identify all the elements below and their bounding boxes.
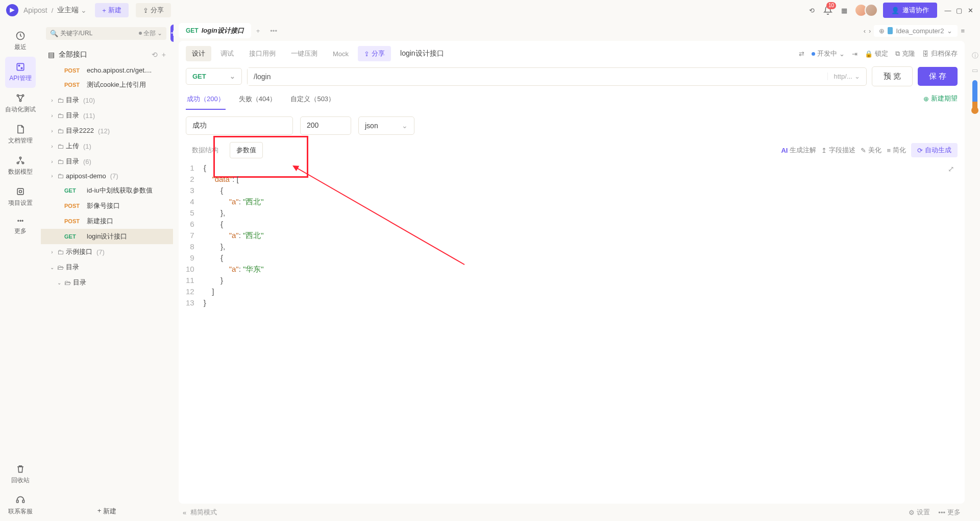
settings-button[interactable]: ⚙ 设置 — [909, 508, 930, 517]
close-icon[interactable]: ✕ — [967, 7, 974, 14]
resp-tab-success[interactable]: 成功（200） — [186, 91, 226, 110]
indent-icon[interactable]: ⇥ — [852, 50, 857, 58]
avatar-stack[interactable] — [857, 4, 878, 17]
nav-api[interactable]: API管理 — [5, 57, 36, 88]
tab-active[interactable]: GET login设计接口 — [179, 23, 251, 38]
brand: Apipost — [23, 6, 47, 14]
tree-item[interactable]: ›🗀apipost-demo(7) — [41, 169, 173, 183]
expand-icon[interactable]: ⤢ — [948, 164, 954, 174]
chevron-down-icon: ⌄ — [947, 27, 952, 35]
json-editor[interactable]: 12345678910111213 { "data": [ { "a": "西北… — [179, 162, 965, 504]
nav-model[interactable]: 数据模型 — [5, 150, 36, 181]
tree-item[interactable]: ⌄🗁目录 — [41, 275, 173, 290]
search-box[interactable]: 🔍 全部 ⌄ — [46, 27, 166, 40]
status-selector[interactable]: 开发中 ⌄ — [812, 49, 845, 58]
preview-button[interactable]: 预 览 — [872, 66, 913, 86]
flow-icon[interactable]: ⇄ — [799, 50, 804, 58]
subtab-mock[interactable]: Mock — [327, 47, 355, 61]
nav-label: 项目设置 — [8, 199, 33, 207]
notification-icon[interactable]: 10 — [820, 2, 836, 18]
tree-item[interactable]: ›🗀目录2222(12) — [41, 123, 173, 138]
tab-more[interactable]: ••• — [265, 24, 282, 38]
minimize-icon[interactable]: — — [944, 7, 951, 14]
collapse-icon[interactable]: « — [183, 509, 186, 516]
simplify-button[interactable]: ≡ 简化 — [887, 146, 906, 155]
panel-icon[interactable]: ▭ — [972, 66, 978, 74]
nav-project[interactable]: 项目设置 — [5, 181, 36, 212]
info-icon[interactable]: ⓘ — [972, 51, 978, 60]
tab-param-value[interactable]: 参数值 — [230, 142, 263, 158]
nav-more[interactable]: ••• 更多 — [5, 212, 36, 241]
nav-label: 数据模型 — [8, 168, 33, 176]
workspace-name: 业主端 — [57, 6, 79, 15]
subtab-share[interactable]: ⇪ 分享 — [358, 46, 391, 61]
tree-item[interactable]: ›🗀示例接口(7) — [41, 244, 173, 259]
subtab-stress[interactable]: 一键压测 — [285, 46, 324, 61]
expect-name-field[interactable]: 成功 — [186, 116, 293, 135]
footer-more-button[interactable]: ••• 更多 — [938, 508, 961, 517]
subtab-debug[interactable]: 调试 — [214, 46, 240, 61]
nav-automation[interactable]: 自动化测试 — [5, 88, 36, 119]
expect-type-field[interactable]: json ⌄ — [358, 116, 414, 135]
environment-selector[interactable]: ⊕ Idea_computer2 ⌄ — [874, 25, 958, 37]
chevron-down-icon: ⌄ — [81, 6, 87, 14]
scheme-selector[interactable]: http/... ⌄ — [827, 73, 866, 80]
plus-icon[interactable]: + — [162, 51, 166, 59]
new-expect-button[interactable]: ⊕ 新建期望 — [923, 94, 958, 107]
tree-item[interactable]: ›🗀目录(6) — [41, 154, 173, 169]
nav-doc[interactable]: 文档管理 — [5, 119, 36, 150]
resp-tab-custom[interactable]: 自定义（503） — [289, 91, 336, 110]
workspace-selector[interactable]: 业主端 ⌄ — [57, 6, 87, 15]
field-desc-button[interactable]: ↥ 字段描述 — [821, 146, 855, 155]
invite-button[interactable]: 👤 邀请协作 — [883, 3, 937, 18]
tree-item[interactable]: GETid-iu中划线获取参数值 — [41, 183, 173, 198]
tree-item[interactable]: ⌄🗁目录 — [41, 259, 173, 275]
archive-button[interactable]: 🗄 归档保存 — [922, 49, 958, 58]
new-button[interactable]: + 新建 — [95, 3, 129, 17]
search-input[interactable] — [60, 30, 137, 37]
apps-icon[interactable]: ▦ — [836, 2, 852, 18]
tree-item-count: (12) — [98, 127, 110, 135]
refresh-icon[interactable]: ⟲ — [152, 51, 158, 59]
share-button-top[interactable]: ⇪ 分享 — [136, 3, 171, 17]
nav-trash[interactable]: 回收站 — [5, 459, 36, 490]
tree-item[interactable]: GETlogin设计接口 — [41, 229, 173, 244]
tree-item[interactable]: POSTecho.apipost.cn/get.... — [41, 63, 173, 77]
code-area[interactable]: { "data": [ { "a": "西北" }, { "a": "西北" }… — [204, 162, 264, 500]
clone-button[interactable]: ⧉ 克隆 — [895, 49, 915, 58]
sync-icon[interactable]: ⟲ — [803, 2, 820, 18]
tab-bar: GET login设计接口 + ••• ‹ › ⊕ Idea_computer2… — [174, 20, 970, 41]
nav-recent[interactable]: 最近 — [5, 26, 36, 57]
nav-support[interactable]: 联系客服 — [5, 490, 36, 521]
tab-add[interactable]: + — [251, 24, 265, 38]
ai-annotate-button[interactable]: AI 生成注解 — [781, 146, 816, 155]
mode-label[interactable]: 精简模式 — [190, 508, 217, 517]
tab-structure[interactable]: 数据结构 — [186, 143, 225, 158]
tree-item[interactable]: ›🗀目录(10) — [41, 92, 173, 108]
expect-code-field[interactable]: 200 — [300, 116, 351, 135]
tab-prev-icon[interactable]: ‹ — [864, 27, 866, 35]
url-input[interactable] — [248, 68, 827, 85]
auto-generate-button[interactable]: ⟳ 自动生成 — [911, 143, 958, 157]
nav-label: 回收站 — [11, 476, 30, 485]
save-button[interactable]: 保 存 — [918, 67, 958, 86]
filter-all[interactable]: 全部 ⌄ — [139, 29, 162, 38]
tree-item[interactable]: ›🗀目录(11) — [41, 108, 173, 123]
tree-item[interactable]: POST测试cookie上传引用 — [41, 77, 173, 92]
beautify-button[interactable]: ✎ 美化 — [861, 146, 881, 155]
lock-button[interactable]: 🔒 锁定 — [865, 49, 888, 58]
resp-tab-fail[interactable]: 失败（404） — [238, 91, 278, 110]
tree-item[interactable]: ›🗀上传(1) — [41, 138, 173, 154]
tree-item-label: 目录 — [66, 263, 79, 272]
subtab-cases[interactable]: 接口用例 — [243, 46, 282, 61]
user-plus-icon: 👤 — [891, 7, 899, 14]
method-selector[interactable]: GET ⌄ — [186, 68, 242, 85]
lock-label: 锁定 — [875, 49, 888, 58]
menu-icon[interactable]: ≡ — [961, 27, 965, 35]
tab-next-icon[interactable]: › — [869, 27, 871, 35]
tree-new-button[interactable]: + 新建 — [41, 502, 173, 521]
maximize-icon[interactable]: ▢ — [955, 7, 963, 14]
subtab-design[interactable]: 设计 — [186, 46, 211, 61]
tree-item[interactable]: POST影像号接口 — [41, 198, 173, 214]
tree-item[interactable]: POST新建接口 — [41, 214, 173, 229]
